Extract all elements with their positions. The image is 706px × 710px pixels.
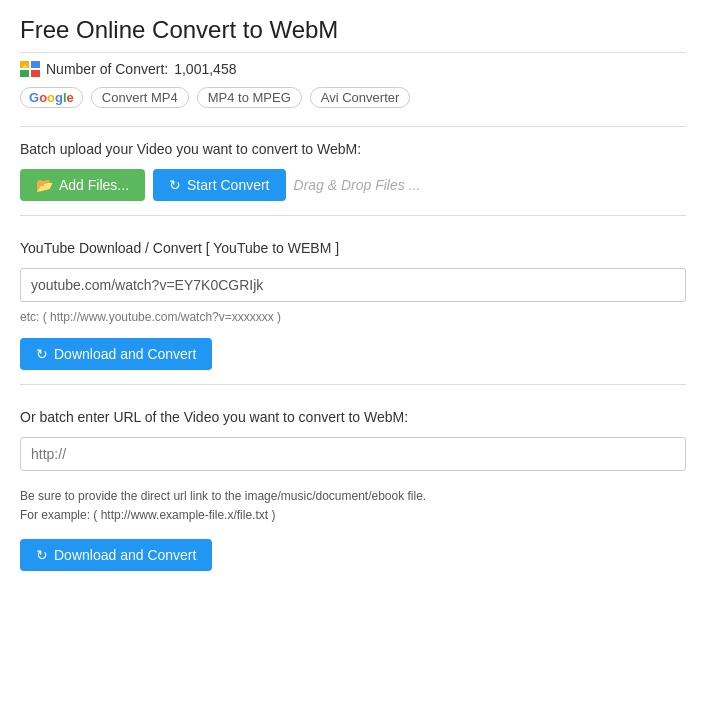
divider-1 (20, 126, 686, 127)
google-g-icon: Google (29, 90, 74, 105)
youtube-section-title: YouTube Download / Convert [ YouTube to … (20, 240, 686, 256)
batch-section: Or batch enter URL of the Video you want… (20, 403, 686, 571)
svg-rect-3 (31, 70, 40, 77)
batch-url-input[interactable] (20, 437, 686, 471)
page-title: Free Online Convert to WebM (20, 16, 686, 53)
nav-mp4-to-mpeg[interactable]: MP4 to MPEG (197, 87, 302, 108)
youtube-download-convert-button[interactable]: ↻ Download and Convert (20, 338, 212, 370)
google-nav-link[interactable]: Google Google (20, 87, 83, 108)
folder-icon: 📂 (36, 177, 53, 193)
youtube-url-hint: etc: ( http://www.youtube.com/watch?v=xx… (20, 310, 686, 324)
convert-count-label: Number of Convert: (46, 61, 168, 77)
divider-2 (20, 215, 686, 216)
nav-avi-converter[interactable]: Avi Converter (310, 87, 411, 108)
start-convert-button[interactable]: ↻ Start Convert (153, 169, 285, 201)
convert-count-icon (20, 61, 40, 77)
batch-download-convert-button[interactable]: ↻ Download and Convert (20, 539, 212, 571)
batch-section-label: Or batch enter URL of the Video you want… (20, 409, 686, 425)
divider-3 (20, 384, 686, 385)
add-files-button[interactable]: 📂 Add Files... (20, 169, 145, 201)
svg-rect-1 (31, 61, 40, 68)
upload-row: 📂 Add Files... ↻ Start Convert Drag & Dr… (20, 169, 686, 201)
nav-convert-mp4[interactable]: Convert MP4 (91, 87, 189, 108)
svg-rect-2 (20, 70, 29, 77)
drag-drop-placeholder: Drag & Drop Files ... (294, 177, 421, 193)
nav-links: Google Google Convert MP4 MP4 to MPEG Av… (20, 87, 686, 108)
convert-count-value: 1,001,458 (174, 61, 236, 77)
refresh-icon: ↻ (169, 177, 181, 193)
youtube-section: YouTube Download / Convert [ YouTube to … (20, 230, 686, 370)
upload-section-label: Batch upload your Video you want to conv… (20, 141, 686, 157)
batch-url-hint: Be sure to provide the direct url link t… (20, 487, 686, 525)
batch-download-icon: ↻ (36, 547, 48, 563)
youtube-download-icon: ↻ (36, 346, 48, 362)
youtube-url-input[interactable] (20, 268, 686, 302)
convert-count: Number of Convert: 1,001,458 (20, 61, 686, 77)
